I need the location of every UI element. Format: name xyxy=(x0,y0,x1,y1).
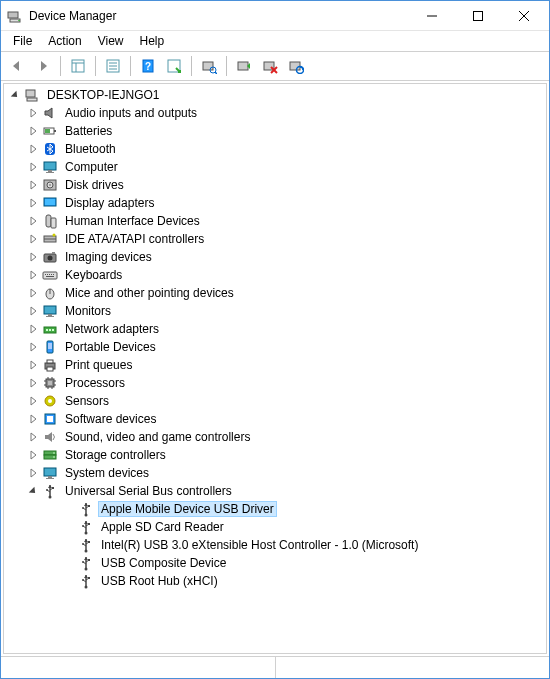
device-manager-window: Device Manager File Action View Help xyxy=(0,0,550,679)
expand-icon[interactable] xyxy=(26,268,40,282)
expand-icon[interactable] xyxy=(26,358,40,372)
tree-category[interactable]: Disk drives xyxy=(6,176,544,194)
expand-icon[interactable] xyxy=(26,286,40,300)
svg-point-91 xyxy=(49,496,52,499)
tree-category[interactable]: Print queues xyxy=(6,356,544,374)
expand-icon[interactable] xyxy=(26,160,40,174)
tree-category[interactable]: Computer xyxy=(6,158,544,176)
tree-category[interactable]: Sound, video and game controllers xyxy=(6,428,544,446)
tree-category[interactable]: Software devices xyxy=(6,410,544,428)
back-button[interactable] xyxy=(5,54,29,78)
menu-help[interactable]: Help xyxy=(132,32,173,50)
tree-category[interactable]: Bluetooth xyxy=(6,140,544,158)
expand-icon[interactable] xyxy=(26,412,40,426)
tree-category[interactable]: Monitors xyxy=(6,302,544,320)
node-label: Portable Devices xyxy=(62,339,159,355)
expand-icon[interactable] xyxy=(26,214,40,228)
expand-icon[interactable] xyxy=(26,322,40,336)
expand-icon[interactable] xyxy=(26,340,40,354)
collapse-icon[interactable] xyxy=(8,88,22,102)
node-label: Audio inputs and outputs xyxy=(62,105,200,121)
expand-icon[interactable] xyxy=(26,304,40,318)
tree-device[interactable]: Apple SD Card Reader xyxy=(6,518,544,536)
expand-icon[interactable] xyxy=(26,196,40,210)
expand-icon[interactable] xyxy=(26,106,40,120)
tree-device[interactable]: Intel(R) USB 3.0 eXtensible Host Control… xyxy=(6,536,544,554)
tree-category[interactable]: Imaging devices xyxy=(6,248,544,266)
update-driver-button[interactable] xyxy=(232,54,256,78)
expand-icon[interactable] xyxy=(26,178,40,192)
menu-file[interactable]: File xyxy=(5,32,40,50)
expand-icon[interactable] xyxy=(26,376,40,390)
node-label: Human Interface Devices xyxy=(62,213,203,229)
device-tree[interactable]: DESKTOP-IEJNGO1Audio inputs and outputsB… xyxy=(3,83,547,654)
tree-category[interactable]: System devices xyxy=(6,464,544,482)
expand-icon[interactable] xyxy=(26,232,40,246)
expand-icon[interactable] xyxy=(26,466,40,480)
node-label: Mice and other pointing devices xyxy=(62,285,237,301)
tree-category[interactable]: Audio inputs and outputs xyxy=(6,104,544,122)
app-icon xyxy=(7,8,23,24)
expand-icon[interactable] xyxy=(26,394,40,408)
tree-category[interactable]: Portable Devices xyxy=(6,338,544,356)
scan-hardware-button[interactable] xyxy=(197,54,221,78)
expand-icon[interactable] xyxy=(26,142,40,156)
svg-point-81 xyxy=(48,399,52,403)
expand-icon[interactable] xyxy=(26,250,40,264)
svg-rect-7 xyxy=(72,60,84,72)
usb-icon xyxy=(78,537,94,553)
tree-device[interactable]: USB Composite Device xyxy=(6,554,544,572)
forward-button[interactable] xyxy=(31,54,55,78)
tree-device[interactable]: USB Root Hub (xHCI) xyxy=(6,572,544,590)
tree-category[interactable]: Display adapters xyxy=(6,194,544,212)
node-label: Sensors xyxy=(62,393,112,409)
minimize-button[interactable] xyxy=(409,1,455,30)
svg-point-44 xyxy=(53,234,56,237)
keyboard-icon xyxy=(42,267,58,283)
node-label: System devices xyxy=(62,465,152,481)
svg-point-87 xyxy=(53,456,55,458)
tree-category[interactable]: Batteries xyxy=(6,122,544,140)
node-label: USB Root Hub (xHCI) xyxy=(98,573,221,589)
tree-category[interactable]: Universal Serial Bus controllers xyxy=(6,482,544,500)
menu-view[interactable]: View xyxy=(90,32,132,50)
help-button[interactable]: ? xyxy=(136,54,160,78)
svg-rect-41 xyxy=(51,218,56,228)
tree-category[interactable]: Storage controllers xyxy=(6,446,544,464)
svg-point-95 xyxy=(82,507,84,509)
usb-icon xyxy=(42,483,58,499)
tree-root-computer[interactable]: DESKTOP-IEJNGO1 xyxy=(6,86,544,104)
tree-category[interactable]: IDE ATA/ATAPI controllers xyxy=(6,230,544,248)
tree-device[interactable]: Apple Mobile Device USB Driver xyxy=(6,500,544,518)
svg-point-103 xyxy=(85,568,88,571)
usb-icon xyxy=(78,501,94,517)
hid-icon xyxy=(42,213,58,229)
properties-button[interactable] xyxy=(101,54,125,78)
expand-icon[interactable] xyxy=(26,430,40,444)
expand-icon[interactable] xyxy=(26,124,40,138)
tree-category[interactable]: Network adapters xyxy=(6,320,544,338)
show-hide-tree-button[interactable] xyxy=(66,54,90,78)
node-label: IDE ATA/ATAPI controllers xyxy=(62,231,207,247)
close-button[interactable] xyxy=(501,1,547,30)
node-label: Monitors xyxy=(62,303,114,319)
disable-device-button[interactable] xyxy=(284,54,308,78)
tree-category[interactable]: Human Interface Devices xyxy=(6,212,544,230)
speaker-icon xyxy=(42,105,58,121)
tree-category[interactable]: Mice and other pointing devices xyxy=(6,284,544,302)
svg-rect-62 xyxy=(46,329,48,331)
uninstall-device-button[interactable] xyxy=(258,54,282,78)
menu-action[interactable]: Action xyxy=(40,32,89,50)
storage-icon xyxy=(42,447,58,463)
node-label: Keyboards xyxy=(62,267,125,283)
expand-icon[interactable] xyxy=(26,448,40,462)
separator xyxy=(226,56,227,76)
tree-category[interactable]: Processors xyxy=(6,374,544,392)
ide-icon xyxy=(42,231,58,247)
tree-category[interactable]: Sensors xyxy=(6,392,544,410)
svg-rect-20 xyxy=(238,62,248,70)
collapse-icon[interactable] xyxy=(26,484,40,498)
maximize-button[interactable] xyxy=(455,1,501,30)
tree-category[interactable]: Keyboards xyxy=(6,266,544,284)
action-button[interactable] xyxy=(162,54,186,78)
